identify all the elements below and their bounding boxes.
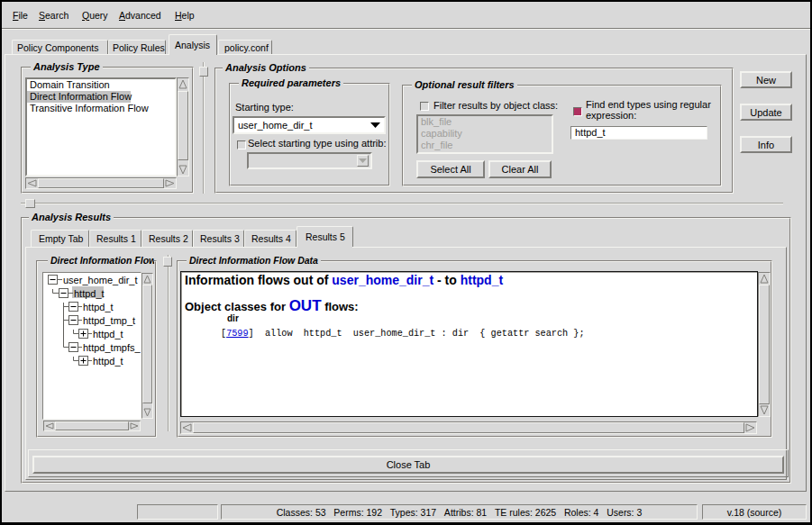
svg-text:httpd_t: httpd_t <box>74 288 105 299</box>
svg-text:httpd_tmpfs_: httpd_tmpfs_ <box>83 342 141 353</box>
svg-text:httpd_t: httpd_t <box>83 302 114 312</box>
svg-text:user_home_dir_t: user_home_dir_t <box>63 275 138 285</box>
svg-text:httpd_t: httpd_t <box>93 356 123 367</box>
svg-text:httpd_t: httpd_t <box>93 329 123 339</box>
svg-text:httpd_tmp_t: httpd_tmp_t <box>83 315 135 326</box>
